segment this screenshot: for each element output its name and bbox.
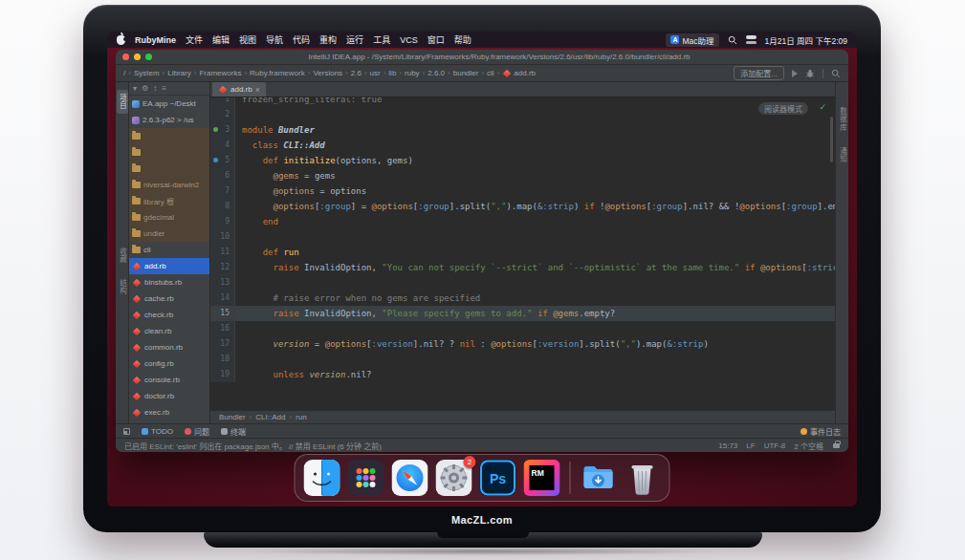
code-line[interactable]: 11 def run: [210, 245, 835, 260]
menubar-app-name[interactable]: RubyMine: [135, 35, 176, 45]
editor-breadcrumb-item[interactable]: run: [296, 413, 307, 421]
breadcrumb-item[interactable]: ruby: [405, 69, 420, 77]
line-number[interactable]: 12: [210, 260, 235, 275]
tree-row[interactable]: console.rb: [129, 372, 209, 388]
line-number[interactable]: 15: [210, 306, 235, 321]
tree-row[interactable]: doctor.rb: [129, 388, 209, 404]
tool-stripe-label[interactable]: 数据库: [837, 107, 848, 132]
line-number[interactable]: 3: [210, 122, 235, 138]
breadcrumb-item[interactable]: lib: [388, 69, 396, 77]
code-line[interactable]: 8 @options[:group] = @options[:group].sp…: [210, 199, 835, 214]
line-number[interactable]: 16: [210, 321, 235, 336]
breadcrumb-item[interactable]: /: [123, 69, 125, 77]
line-number[interactable]: 17: [210, 336, 235, 352]
tree-row[interactable]: [129, 161, 209, 177]
tree-row[interactable]: cli: [129, 242, 209, 258]
code-line[interactable]: 12 raise InvalidOption, "You can not spe…: [210, 260, 835, 275]
tree-row[interactable]: [129, 144, 209, 161]
code-line[interactable]: 13: [210, 275, 835, 291]
tab-close-icon[interactable]: ×: [255, 86, 260, 94]
breadcrumb-item[interactable]: 2.6.0: [428, 69, 445, 77]
breadcrumb-item[interactable]: Ruby.framework: [250, 69, 305, 77]
breadcrumb-item[interactable]: Frameworks: [199, 69, 241, 77]
code-line[interactable]: 3module Bundler: [210, 122, 835, 138]
caret-position[interactable]: 15:73: [718, 442, 737, 450]
menubar-menu[interactable]: 窗口: [428, 33, 445, 46]
toolwindow-problems[interactable]: 问题: [185, 426, 209, 437]
tree-row[interactable]: common.rb: [129, 339, 209, 355]
tool-stripe-label[interactable]: 结构: [117, 279, 128, 295]
run-button[interactable]: [792, 70, 798, 77]
scroll-icon[interactable]: ↕: [153, 84, 157, 93]
line-number[interactable]: 8: [210, 199, 235, 214]
menubar-menu[interactable]: 导航: [266, 33, 283, 46]
menubar-search-icon[interactable]: [728, 35, 737, 45]
menubar-menu[interactable]: 编辑: [212, 33, 230, 46]
toolwindow-event-log[interactable]: 事件日志: [801, 426, 841, 437]
line-number[interactable]: 4: [210, 138, 235, 153]
indent[interactable]: 2 个空格: [794, 441, 823, 451]
reader-mode-badge[interactable]: 阅读器模式: [758, 102, 808, 115]
tree-row[interactable]: undler: [129, 226, 209, 242]
dock-finder-icon[interactable]: [304, 460, 340, 496]
tree-row[interactable]: EA.app ~/Deskt: [129, 96, 209, 112]
apple-menu-icon[interactable]: [117, 35, 125, 45]
line-number[interactable]: 10: [210, 229, 235, 245]
code-line[interactable]: 16: [210, 321, 835, 336]
line-number[interactable]: 18: [210, 352, 235, 367]
tree-row[interactable]: config.rb: [129, 355, 209, 372]
editor-scrollbar[interactable]: [830, 117, 833, 162]
line-number[interactable]: 19: [210, 367, 235, 382]
close-button[interactable]: [122, 54, 129, 60]
settings-icon[interactable]: ⚙: [142, 84, 148, 93]
code-line[interactable]: 19 unless version.nil?: [210, 367, 835, 382]
menubar-menu[interactable]: 帮助: [454, 33, 472, 46]
toolwindow-tool-windows[interactable]: [123, 428, 130, 435]
line-number[interactable]: 1: [210, 97, 235, 107]
encoding[interactable]: UTF-8: [764, 442, 786, 450]
search-everywhere-icon[interactable]: [831, 69, 841, 78]
zoom-button[interactable]: [145, 54, 152, 60]
menubar-menu[interactable]: 代码: [293, 33, 310, 46]
code-line[interactable]: 15 raise InvalidOption, "Please specify …: [210, 306, 835, 321]
code-line[interactable]: 5 def initialize(options, gems): [210, 153, 835, 168]
gutter-marker-blue[interactable]: [213, 158, 218, 162]
tree-row[interactable]: exec.rb: [129, 404, 209, 420]
dock-safari-icon[interactable]: [392, 460, 428, 496]
line-number[interactable]: 6: [210, 168, 235, 183]
dock-rubymine-icon[interactable]: RM: [524, 460, 560, 496]
tree-row[interactable]: cache.rb: [129, 291, 209, 307]
line-separator[interactable]: LF: [746, 442, 755, 450]
tab-add-rb[interactable]: add.rb ×: [212, 82, 266, 97]
editor-breadcrumb-item[interactable]: CLI::Add: [255, 413, 285, 421]
code-line[interactable]: 14 # raise error when no gems are specif…: [210, 291, 835, 306]
code-line[interactable]: 1frozen_string_literal: true: [210, 97, 835, 107]
code-line[interactable]: 2: [210, 107, 835, 122]
breadcrumb-item[interactable]: add.rb: [502, 69, 536, 77]
collapse-icon[interactable]: ▾: [133, 84, 137, 93]
tool-stripe-label[interactable]: 收藏: [117, 248, 128, 264]
breadcrumb-item[interactable]: Library: [167, 69, 190, 77]
line-number[interactable]: 7: [210, 183, 235, 199]
editor-breadcrumb-item[interactable]: Bundler: [219, 413, 246, 421]
breadcrumb-item[interactable]: Versions: [313, 69, 342, 77]
code-line[interactable]: 7 @options = options: [210, 183, 835, 199]
toolwindow-terminal[interactable]: 终端: [221, 426, 246, 437]
dock-launchpad-icon[interactable]: [348, 460, 384, 496]
dock-preferences-icon[interactable]: 2: [436, 460, 472, 496]
code-line[interactable]: 10: [210, 229, 835, 245]
line-number[interactable]: 5: [210, 153, 235, 168]
code-line[interactable]: 9 end: [210, 214, 835, 229]
debug-button[interactable]: [805, 69, 815, 78]
tool-stripe-label[interactable]: 通知: [837, 147, 848, 163]
tree-row[interactable]: niversal-darwin2: [129, 177, 209, 193]
more-icon[interactable]: ≡: [162, 84, 166, 93]
line-number[interactable]: 9: [210, 214, 235, 229]
menubar-menu[interactable]: 视图: [239, 33, 256, 46]
menubar-menu[interactable]: VCS: [400, 35, 418, 45]
code-line[interactable]: 17 version = @options[:version].nil? ? n…: [210, 336, 835, 352]
status-message[interactable]: 已启用 ESLint: 'eslint' 列出在 package.json 中。…: [124, 441, 709, 451]
inspections-ok-icon[interactable]: ✓: [819, 102, 826, 112]
menubar-datetime[interactable]: 1月21日 周四 下午2:09: [765, 34, 847, 46]
dock-downloads-icon[interactable]: [581, 460, 617, 496]
